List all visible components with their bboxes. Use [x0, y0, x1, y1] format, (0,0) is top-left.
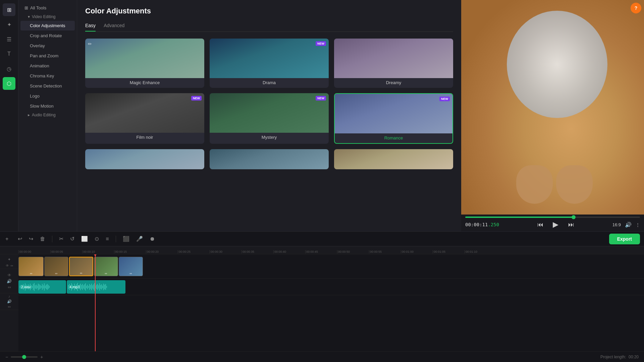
- section-arrow-icon: ▾: [28, 14, 30, 19]
- audio-clip-1-label: 2.wav: [18, 285, 34, 289]
- delete-button[interactable]: 🗑: [39, 235, 47, 243]
- crop-button[interactable]: ⬜: [80, 234, 89, 243]
- all-tools-item[interactable]: ⊞ All Tools: [20, 3, 75, 13]
- video-clip-5[interactable]: ⇔: [119, 257, 143, 276]
- sidebar-item-scene-detection[interactable]: Scene Detection: [20, 81, 75, 91]
- filter-card-dreamy[interactable]: Dreamy: [334, 39, 453, 88]
- marker-button[interactable]: ⊙: [93, 234, 100, 243]
- sidebar-item-overlay[interactable]: Overlay: [20, 41, 75, 51]
- cut-button[interactable]: ✂: [58, 234, 65, 243]
- progress-container[interactable]: [461, 215, 644, 218]
- track-resize-icon[interactable]: ⇔: [10, 264, 13, 267]
- tracks-container: ⇔ ⇔ ⇔ ⇔ ⇔: [18, 254, 644, 351]
- scale-thumb: [22, 355, 26, 359]
- progress-fill: [465, 217, 574, 218]
- video-track-eye-icon[interactable]: 👁: [7, 273, 11, 278]
- rotate-button[interactable]: ↺: [69, 234, 76, 243]
- filter-card-drama[interactable]: NEW Drama: [210, 39, 329, 88]
- filter-grid: ✏ Magic Enhance NEW Drama Dreamy NEW Fil…: [85, 39, 453, 169]
- filter-card-row3b[interactable]: [210, 149, 329, 169]
- video-clip-4[interactable]: ⇔: [94, 257, 118, 276]
- filter-card-mystery[interactable]: NEW Mystery: [210, 93, 329, 144]
- sidebar-icon-star[interactable]: ✦: [3, 18, 15, 31]
- undo-button[interactable]: ↩: [16, 234, 23, 243]
- audio-clip-2[interactable]: 4.mp3: [67, 280, 125, 294]
- sidebar-item-animation[interactable]: Animation: [20, 61, 75, 71]
- ruler-time-2: 00:00:10: [82, 250, 114, 253]
- scale-minus-icon[interactable]: −: [5, 354, 8, 360]
- video-track-link-icon[interactable]: ⇔: [8, 285, 11, 290]
- skip-forward-button[interactable]: ⏭: [566, 219, 577, 230]
- audio-track: 2.wav: [18, 279, 644, 295]
- audio-clip-1[interactable]: 2.wav: [18, 280, 66, 294]
- volume-button[interactable]: 🔊: [625, 222, 632, 228]
- ruler-time-0: 00:00:00: [18, 250, 50, 253]
- video-editing-section[interactable]: ▾ Video Editing: [18, 13, 77, 20]
- tab-advanced[interactable]: Advanced: [104, 21, 124, 32]
- sidebar-item-chroma-key[interactable]: Chroma Key: [20, 71, 75, 81]
- help-button[interactable]: ?: [631, 3, 641, 13]
- project-length-label: Project length:: [600, 355, 626, 359]
- export-button[interactable]: Export: [609, 234, 640, 244]
- audio-track-vol-icon[interactable]: 🔊: [7, 299, 12, 304]
- timeline-toolbar: + ↩ ↪ 🗑 ✂ ↺ ⬜ ⊙ ≡ ⬛ 🎤 ⏺ Export: [0, 232, 644, 246]
- time-display: 00:00:11.250: [465, 222, 499, 227]
- audio-clip-2-label: 4.mp3: [67, 285, 83, 289]
- video-track-vol-icon[interactable]: 🔊: [7, 279, 12, 284]
- sidebar-icon-layers[interactable]: ☰: [3, 33, 15, 46]
- audio-track-link-icon[interactable]: ⇔: [8, 305, 11, 309]
- paw-left: [516, 165, 553, 204]
- headphones: [507, 11, 607, 118]
- sidebar-icon-grid[interactable]: ⊞: [3, 3, 15, 16]
- ruler-marks: 00:00:00 00:00:05 00:00:10 00:00:15 00:0…: [18, 246, 496, 254]
- mic-button[interactable]: 🎤: [135, 234, 144, 243]
- ruler-time-5: 00:00:25: [178, 250, 210, 253]
- video-clip-2[interactable]: ⇔: [44, 257, 68, 276]
- track-lock-button[interactable]: +: [7, 256, 12, 263]
- ruler-time-9: 00:00:45: [305, 250, 337, 253]
- filter-card-row3a[interactable]: [85, 149, 204, 169]
- sidebar-icon-apps[interactable]: ⬡: [3, 77, 15, 90]
- redo-button[interactable]: ↪: [28, 234, 35, 243]
- ratio-select[interactable]: 16:9: [612, 222, 621, 227]
- sidebar-item-pan-zoom[interactable]: Pan and Zoom: [20, 51, 75, 61]
- video-clip-3[interactable]: ⇔: [69, 257, 93, 276]
- skip-back-button[interactable]: ⏮: [535, 219, 546, 230]
- sidebar-icon-clock[interactable]: ◷: [3, 62, 15, 75]
- drama-badge: NEW: [316, 41, 326, 46]
- video-clip-1[interactable]: ⇔: [18, 257, 44, 276]
- ruler-time-8: 00:00:40: [273, 250, 305, 253]
- sidebar-icon-panel: ⊞ ✦ ☰ T ◷ ⬡: [0, 0, 18, 231]
- subtitle-button[interactable]: ⬛: [121, 234, 131, 243]
- toolbar-separator-2: [116, 236, 116, 242]
- scale-plus-icon[interactable]: +: [40, 354, 43, 360]
- filter-label-romance: Romance: [335, 133, 452, 143]
- scale-slider[interactable]: [11, 356, 38, 358]
- time-ms: .250: [488, 222, 499, 227]
- ruler-time-14: 00:01:10: [465, 250, 496, 253]
- more-options-button[interactable]: ⋮: [636, 222, 640, 227]
- ruler-time-1: 00:00:05: [50, 250, 82, 253]
- sidebar-item-crop-rotate[interactable]: Crop and Rotate: [20, 31, 75, 41]
- sidebar-item-logo[interactable]: Logo: [20, 91, 75, 101]
- add-track-button[interactable]: +: [4, 235, 10, 243]
- tab-easy[interactable]: Easy: [85, 21, 96, 32]
- filmnoir-badge: NEW: [191, 96, 202, 101]
- filter-card-romance[interactable]: NEW Romance: [334, 93, 453, 144]
- filter-card-film-noir[interactable]: NEW Film noir: [85, 93, 204, 144]
- sidebar-item-slow-motion[interactable]: Slow Motion: [20, 101, 75, 111]
- sidebar-icon-text[interactable]: T: [3, 48, 15, 60]
- filter-label-mystery: Mystery: [210, 133, 329, 142]
- romance-badge: NEW: [439, 97, 450, 101]
- all-tools-label: All Tools: [30, 5, 46, 10]
- record-button[interactable]: ⏺: [148, 235, 156, 243]
- track-eye-icon[interactable]: 👁: [6, 264, 9, 267]
- filter-card-row3c[interactable]: [334, 149, 453, 169]
- filter-card-magic-enhance[interactable]: ✏ Magic Enhance: [85, 39, 204, 88]
- sidebar-item-color-adjustments[interactable]: Color Adjustments: [20, 21, 75, 31]
- adjust-button[interactable]: ≡: [104, 235, 110, 243]
- play-pause-button[interactable]: ▶: [550, 219, 561, 230]
- timeline-progress-bar[interactable]: [465, 217, 640, 218]
- left-panel: ⊞ All Tools ▾ Video Editing Color Adjust…: [18, 0, 77, 231]
- audio-editing-section[interactable]: ▸ Audio Editing: [18, 111, 77, 119]
